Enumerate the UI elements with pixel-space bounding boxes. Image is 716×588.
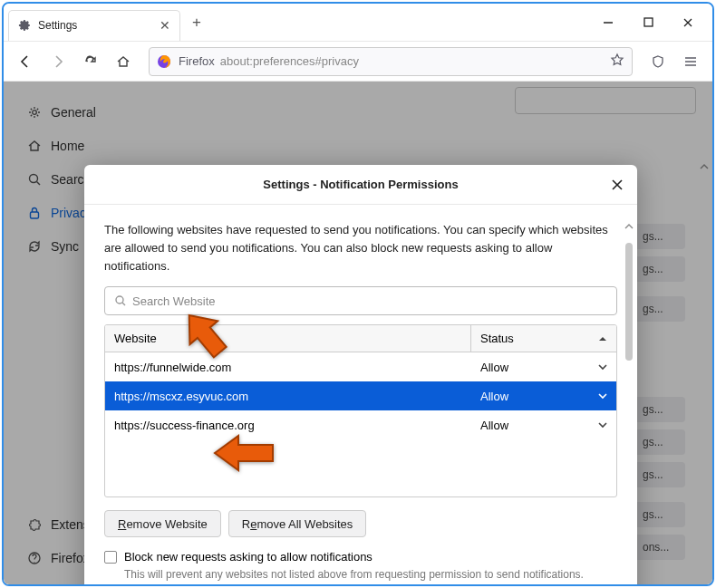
url-text: about:preferences#privacy [220,54,610,68]
browser-window: Settings ✕ + Firefox about:preferences#p… [2,2,714,586]
maximize-button[interactable] [628,9,668,36]
sort-asc-icon [598,334,607,343]
identity-label: Firefox [179,54,215,68]
scroll-up-icon[interactable] [624,221,634,232]
chevron-down-icon [598,362,607,371]
scroll-thumb[interactable] [625,243,633,361]
dialog-body: The following websites have requested to… [84,205,637,586]
home-button[interactable] [109,47,138,76]
reload-button[interactable] [76,47,105,76]
remove-buttons-row: Remove Website Remove All Websites [104,510,617,537]
status-select[interactable]: Allow [471,390,616,403]
table-header: Website Status [105,325,616,352]
search-icon [114,294,127,307]
bookmark-star-icon[interactable] [610,53,624,71]
search-placeholder: Search Website [132,294,216,308]
svg-line-16 [122,303,125,305]
toolbar: Firefox about:preferences#privacy [4,42,712,82]
remove-website-button[interactable]: Remove Website [104,510,221,537]
tab-title: Settings [38,19,160,32]
table-row[interactable]: https://funnelwide.com Allow [105,352,616,381]
block-new-label: Block new requests asking to allow notif… [124,550,373,564]
status-select[interactable]: Allow [471,361,616,374]
gear-icon [18,19,31,32]
cell-website: https://success-finance.org [105,419,471,432]
tab-close-icon[interactable]: ✕ [160,18,170,33]
forward-button[interactable] [44,47,73,76]
table-row[interactable]: https://success-finance.org Allow [105,410,616,439]
dialog-scrollbar[interactable] [623,221,635,493]
url-bar[interactable]: Firefox about:preferences#privacy [149,47,633,76]
search-website-input[interactable]: Search Website [104,286,617,315]
dialog-title: Settings - Notification Permissions [263,178,458,191]
svg-rect-1 [644,18,653,26]
column-status[interactable]: Status [471,325,616,352]
app-menu-button[interactable] [676,47,705,76]
dialog-close-button[interactable] [606,174,628,196]
titlebar: Settings ✕ + [4,4,712,42]
tab-settings[interactable]: Settings ✕ [8,10,180,41]
notification-permissions-dialog: Settings - Notification Permissions The … [84,165,637,586]
window-controls [588,9,712,36]
back-button[interactable] [11,47,40,76]
minimize-button[interactable] [588,9,628,36]
content-area: General Home Search Privacy & Security S… [4,82,712,584]
checkbox-unchecked-icon[interactable] [104,551,117,564]
remove-all-websites-button[interactable]: Remove All Websites [228,510,367,537]
cell-website: https://mscxz.esyvuc.com [105,390,471,403]
cell-website: https://funnelwide.com [105,361,471,374]
permissions-table: Website Status https://funnelwide.com Al… [104,324,617,497]
block-new-checkbox-row[interactable]: Block new requests asking to allow notif… [104,550,617,564]
table-row-selected[interactable]: https://mscxz.esyvuc.com Allow [105,381,616,410]
column-website[interactable]: Website [105,325,471,352]
dialog-header: Settings - Notification Permissions [84,165,637,205]
close-button[interactable] [668,9,708,36]
shield-icon[interactable] [643,47,672,76]
firefox-icon [157,54,171,69]
chevron-down-icon [598,391,607,400]
svg-point-15 [116,296,123,304]
status-select[interactable]: Allow [471,419,616,432]
new-tab-button[interactable]: + [184,10,209,35]
chevron-down-icon [598,420,607,429]
block-new-hint: This will prevent any websites not liste… [124,567,617,586]
dialog-description: The following websites have requested to… [104,221,617,275]
